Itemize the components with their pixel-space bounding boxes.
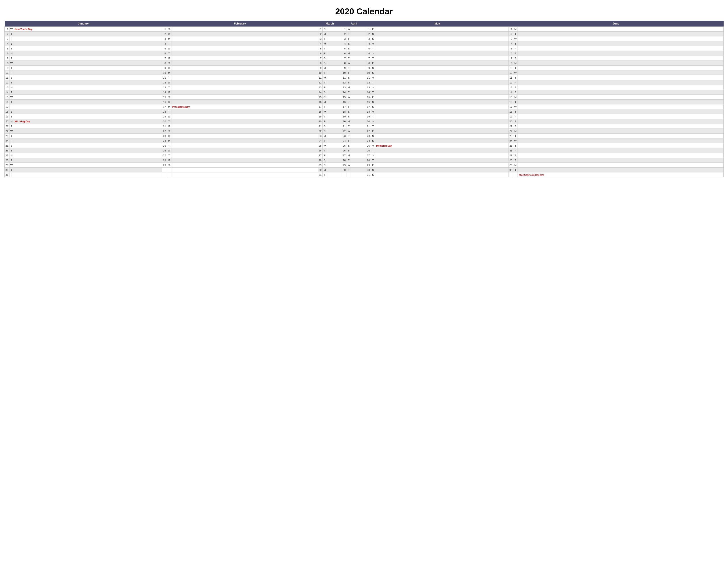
month-5-row-8-holiday [375, 61, 508, 66]
month-4-row-22-letter: W [347, 129, 351, 133]
month-5-row-1-num: 1 [366, 27, 371, 32]
month-6-row-21-num: 21 [508, 124, 513, 129]
month-1-row-10-letter: F [9, 70, 14, 75]
month-6-row-13-num: 13 [508, 85, 513, 90]
month-3-row-5-letter: T [323, 46, 327, 51]
month-6-row-21-letter: S [513, 124, 518, 129]
month-4-row-27-holiday [351, 153, 366, 158]
month-4-row-20-num: 20 [342, 119, 347, 124]
month-3-row-1-holiday [327, 27, 342, 32]
month-4-row-14-holiday [351, 90, 366, 95]
month-1-row-17-letter: F [9, 104, 14, 109]
month-6-row-8-letter: M [513, 61, 518, 66]
month-5-row-20-holiday [375, 119, 508, 124]
month-6-row-15-num: 15 [508, 95, 513, 100]
month-3-row-4-letter: W [323, 41, 327, 46]
month-2-row-21-num: 21 [162, 124, 167, 129]
month-6-row-22-num: 22 [508, 129, 513, 133]
month-6-row-19-letter: F [513, 114, 518, 119]
month-5-row-1-letter: F [371, 27, 375, 32]
month-3-row-31-letter: T [323, 172, 327, 177]
month-2-row-8-letter: S [167, 61, 171, 66]
month-1-row-21-holiday [14, 124, 162, 129]
month-1-row-12-letter: S [9, 80, 14, 85]
month-6-row-5-letter: F [513, 46, 518, 51]
month-3-row-23-num: 23 [318, 133, 323, 138]
month-3-row-22-num: 22 [318, 129, 323, 133]
month-6-row-10-letter: W [513, 70, 518, 75]
month-1-row-12-num: 12 [5, 80, 9, 85]
month-5-row-16-num: 16 [366, 100, 371, 104]
month-2-row-1-holiday [171, 27, 318, 32]
month-1-row-4-letter: S [9, 41, 14, 46]
month-3-row-30-letter: M [323, 167, 327, 172]
month-1-row-20-num: 20 [5, 119, 9, 124]
month-4-row-7-num: 7 [342, 56, 347, 61]
month-4-row-13-letter: M [347, 85, 351, 90]
month-3-row-4-holiday [327, 41, 342, 46]
month-5-row-28-num: 28 [366, 158, 371, 163]
website-link: www.blank-calendar.com [519, 174, 544, 176]
month-6-row-15-letter: M [513, 95, 518, 100]
month-6-row-9-letter: T [513, 66, 518, 70]
month-6-row-18-letter: T [513, 109, 518, 114]
month-6-row-6-num: 6 [508, 51, 513, 56]
month-5-row-19-num: 19 [366, 114, 371, 119]
month-1-row-3-letter: F [9, 36, 14, 41]
month-3-row-29-num: 29 [318, 163, 323, 167]
month-6-row-14-letter: S [513, 90, 518, 95]
month-4-row-16-num: 16 [342, 100, 347, 104]
february-header: February [162, 21, 318, 27]
month-3-row-16-holiday [327, 100, 342, 104]
month-2-row-15-num: 15 [162, 95, 167, 100]
month-3-row-10-holiday [327, 70, 342, 75]
month-4-row-7-holiday [351, 56, 366, 61]
month-2-row-26-holiday [171, 148, 318, 153]
month-3-row-31-holiday [327, 172, 342, 177]
month-5-row-8-num: 8 [366, 61, 371, 66]
month-4-row-10-holiday [351, 70, 366, 75]
month-6-row-25-holiday [518, 143, 723, 148]
month-6-row-2-num: 2 [508, 32, 513, 36]
month-3-row-26-holiday [327, 148, 342, 153]
month-4-row-28-holiday [351, 158, 366, 163]
month-3-row-17-num: 17 [318, 104, 323, 109]
month-5-row-2-num: 2 [366, 32, 371, 36]
month-3-row-8-num: 8 [318, 61, 323, 66]
month-4-row-30-letter: T [347, 167, 351, 172]
month-5-row-26-holiday [375, 148, 508, 153]
month-6-row-12-letter: F [513, 80, 518, 85]
month-2-row-10-holiday [171, 70, 318, 75]
month-2-row-27-holiday [171, 153, 318, 158]
month-5-row-13-letter: W [371, 85, 375, 90]
month-5-row-5-holiday [375, 46, 508, 51]
month-5-row-15-num: 15 [366, 95, 371, 100]
month-1-row-23-letter: T [9, 133, 14, 138]
month-5-row-20-num: 20 [366, 119, 371, 124]
month-5-row-31-num: 31 [366, 172, 371, 177]
month-1-row-4-holiday [14, 41, 162, 46]
month-3-row-8-holiday [327, 61, 342, 66]
month-1-row-22-letter: W [9, 129, 14, 133]
month-1-row-6-holiday [14, 51, 162, 56]
month-1-row-5-num: 5 [5, 46, 9, 51]
month-4-row-29-num: 29 [342, 163, 347, 167]
month-2-row-12-num: 12 [162, 80, 167, 85]
month-6-row-1-holiday [518, 27, 723, 32]
month-3-row-7-letter: S [323, 56, 327, 61]
month-1-row-12-holiday [14, 80, 162, 85]
month-6-row-28-holiday [518, 158, 723, 163]
month-1-row-7-letter: T [9, 56, 14, 61]
month-1-row-10-num: 10 [5, 70, 9, 75]
month-3-row-24-num: 24 [318, 138, 323, 143]
month-2-row-19-letter: W [167, 114, 171, 119]
month-2-row-26-num: 26 [162, 148, 167, 153]
month-5-row-10-num: 10 [366, 70, 371, 75]
month-4-row-28-num: 28 [342, 158, 347, 163]
month-4-row-13-holiday [351, 85, 366, 90]
month-5-row-17-num: 17 [366, 104, 371, 109]
month-1-row-13-letter: M [9, 85, 14, 90]
month-6-row-25-letter: T [513, 143, 518, 148]
month-4-row-3-num: 3 [342, 36, 347, 41]
month-4-row-24-num: 24 [342, 138, 347, 143]
